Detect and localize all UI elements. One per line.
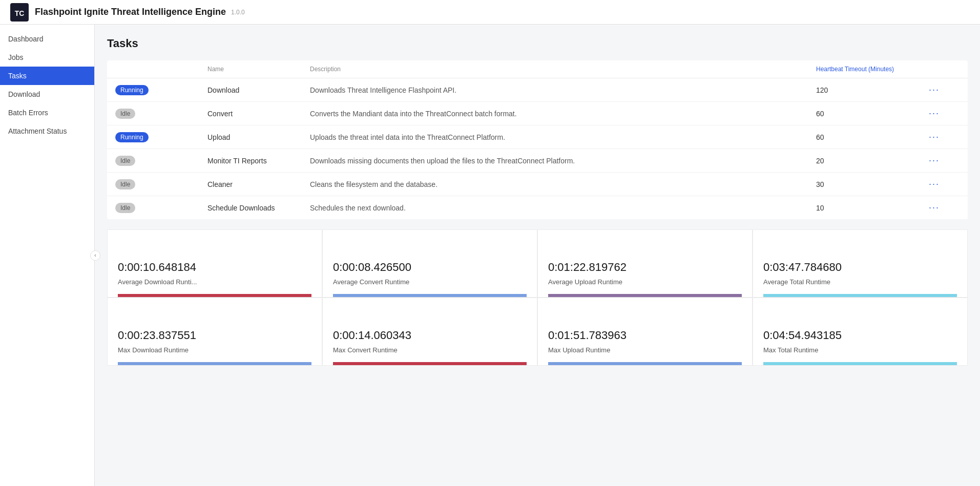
row-more-button[interactable]: ··· [929, 202, 960, 213]
col-timeout: Heartbeat Timeout (Minutes) [816, 66, 929, 73]
status-badge: Running [115, 85, 207, 95]
app-title: Flashpoint Ignite Threat Intelligence En… [35, 7, 226, 17]
row-more-button[interactable]: ··· [929, 179, 960, 189]
metric-card-avg-convert: 0:00:08.426500 Average Convert Runtime [322, 229, 537, 298]
app-version: 1.0.0 [231, 9, 245, 16]
metric-label: Average Download Runti... [118, 278, 311, 286]
col-name: Name [207, 66, 310, 73]
metric-bar [118, 294, 311, 297]
status-badge: Idle [115, 203, 207, 213]
metric-label: Max Total Runtime [763, 346, 957, 354]
table-row: Idle Cleaner Cleans the filesystem and t… [107, 173, 968, 196]
main-content: Tasks Name Description Heartbeat Timeout… [95, 25, 980, 486]
app-logo: TC [10, 3, 29, 22]
max-metrics-grid: 0:00:23.837551 Max Download Runtime 0:00… [107, 298, 968, 366]
task-name: Upload [207, 133, 310, 141]
sidebar-item-dashboard[interactable]: Dashboard [0, 30, 94, 48]
row-more-button[interactable]: ··· [929, 84, 960, 95]
task-description: Downloads Threat Intelligence Flashpoint… [310, 86, 816, 94]
page-title: Tasks [107, 37, 968, 50]
task-name: Cleaner [207, 180, 310, 188]
sidebar: Dashboard Jobs Tasks Download Batch Erro… [0, 25, 95, 486]
sidebar-item-attachment-status[interactable]: Attachment Status [0, 122, 94, 140]
metric-card-avg-download: 0:00:10.648184 Average Download Runti... [107, 229, 322, 298]
row-more-button[interactable]: ··· [929, 155, 960, 166]
metric-card-max-convert: 0:00:14.060343 Max Convert Runtime [322, 298, 537, 366]
sidebar-item-tasks[interactable]: Tasks [0, 67, 94, 85]
task-name: Download [207, 86, 310, 94]
status-badge: Idle [115, 156, 207, 166]
status-badge: Running [115, 132, 207, 142]
metric-bar [333, 294, 527, 297]
col-status [115, 66, 207, 73]
task-name: Convert [207, 110, 310, 118]
metric-value: 0:00:14.060343 [333, 329, 527, 342]
task-description: Uploads the threat intel data into the T… [310, 133, 816, 141]
metric-card-max-total: 0:04:54.943185 Max Total Runtime [753, 298, 968, 366]
metric-bar [118, 362, 311, 365]
table-row: Idle Convert Converts the Mandiant data … [107, 102, 968, 125]
metric-bar [548, 294, 742, 297]
avg-metrics-grid: 0:00:10.648184 Average Download Runti...… [107, 229, 968, 298]
sidebar-item-batch-errors[interactable]: Batch Errors [0, 103, 94, 122]
task-name: Schedule Downloads [207, 204, 310, 212]
metric-bar [548, 362, 742, 365]
metric-card-avg-upload: 0:01:22.819762 Average Upload Runtime [537, 229, 753, 298]
row-more-button[interactable]: ··· [929, 132, 960, 142]
sidebar-item-jobs[interactable]: Jobs [0, 48, 94, 67]
metric-label: Max Upload Runtime [548, 346, 742, 354]
col-actions [929, 66, 960, 73]
table-row: Running Upload Uploads the threat intel … [107, 125, 968, 149]
metric-label: Average Upload Runtime [548, 278, 742, 286]
task-timeout: 60 [816, 133, 929, 141]
sidebar-item-download[interactable]: Download [0, 85, 94, 103]
metric-label: Average Convert Runtime [333, 278, 527, 286]
task-timeout: 10 [816, 204, 929, 212]
svg-text:TC: TC [15, 9, 25, 17]
metric-label: Max Download Runtime [118, 346, 311, 354]
metric-value: 0:04:54.943185 [763, 329, 957, 342]
sidebar-collapse-button[interactable]: ‹ [90, 250, 100, 261]
metric-value: 0:00:08.426500 [333, 261, 527, 274]
row-more-button[interactable]: ··· [929, 108, 960, 119]
metric-card-avg-total: 0:03:47.784680 Average Total Runtime [753, 229, 968, 298]
metric-card-max-download: 0:00:23.837551 Max Download Runtime [107, 298, 322, 366]
metric-bar [763, 362, 957, 365]
task-timeout: 60 [816, 110, 929, 118]
metric-value: 0:03:47.784680 [763, 261, 957, 274]
metric-label: Average Total Runtime [763, 278, 957, 286]
task-timeout: 120 [816, 86, 929, 94]
metric-card-max-upload: 0:01:51.783963 Max Upload Runtime [537, 298, 753, 366]
metric-bar [333, 362, 527, 365]
table-row: Idle Schedule Downloads Schedules the ne… [107, 196, 968, 219]
app-header: TC Flashpoint Ignite Threat Intelligence… [0, 0, 980, 25]
task-timeout: 20 [816, 157, 929, 165]
task-timeout: 30 [816, 180, 929, 188]
status-badge: Idle [115, 109, 207, 119]
metric-value: 0:01:51.783963 [548, 329, 742, 342]
table-row: Running Download Downloads Threat Intell… [107, 78, 968, 102]
main-layout: Dashboard Jobs Tasks Download Batch Erro… [0, 25, 980, 486]
table-header: Name Description Heartbeat Timeout (Minu… [107, 60, 968, 78]
metric-bar [763, 294, 957, 297]
task-description: Cleans the filesystem and the database. [310, 180, 816, 188]
task-description: Downloads missing documents then upload … [310, 157, 816, 165]
col-description: Description [310, 66, 816, 73]
metric-value: 0:00:23.837551 [118, 329, 311, 342]
task-description: Converts the Mandiant data into the Thre… [310, 110, 816, 118]
task-name: Monitor TI Reports [207, 157, 310, 165]
tasks-table: Name Description Heartbeat Timeout (Minu… [107, 60, 968, 219]
task-description: Schedules the next download. [310, 204, 816, 212]
metric-value: 0:00:10.648184 [118, 261, 311, 274]
status-badge: Idle [115, 179, 207, 189]
metric-value: 0:01:22.819762 [548, 261, 742, 274]
metric-label: Max Convert Runtime [333, 346, 527, 354]
table-row: Idle Monitor TI Reports Downloads missin… [107, 149, 968, 173]
